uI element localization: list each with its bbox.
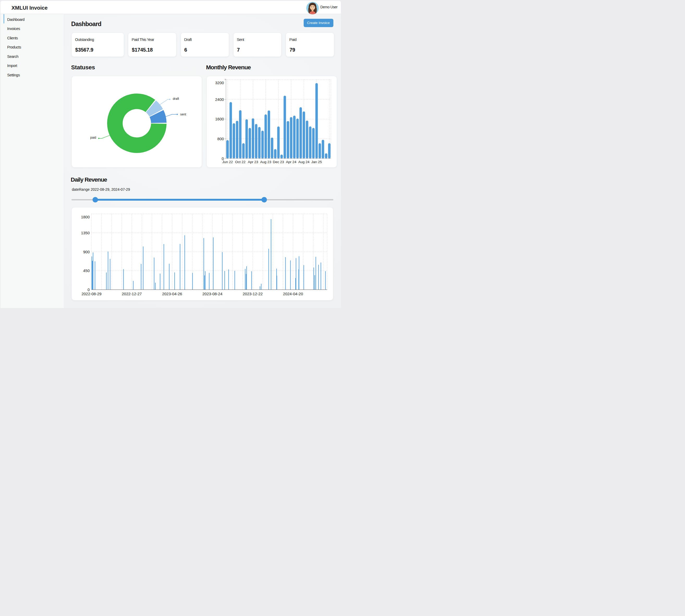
svg-text:2022-12-27: 2022-12-27 xyxy=(122,291,142,296)
svg-text:2023-08-24: 2023-08-24 xyxy=(202,291,222,296)
svg-text:Jan 25: Jan 25 xyxy=(311,160,322,164)
svg-text:3200: 3200 xyxy=(215,81,223,85)
svg-text:2023-12-22: 2023-12-22 xyxy=(243,291,263,296)
svg-text:1600: 1600 xyxy=(215,117,223,121)
svg-text:Aug 24: Aug 24 xyxy=(298,160,309,164)
svg-text:sent: sent xyxy=(180,113,186,116)
svg-text:800: 800 xyxy=(217,136,223,141)
svg-text:Jun 22: Jun 22 xyxy=(222,160,233,164)
svg-text:2024-04-20: 2024-04-20 xyxy=(283,291,303,296)
svg-text:draft: draft xyxy=(173,97,179,101)
svg-text:900: 900 xyxy=(83,250,90,254)
svg-text:Apr 23: Apr 23 xyxy=(248,160,258,164)
svg-text:Dec 23: Dec 23 xyxy=(273,160,284,164)
svg-text:Apr 24: Apr 24 xyxy=(286,160,296,164)
svg-text:1350: 1350 xyxy=(81,230,89,235)
svg-text:450: 450 xyxy=(83,268,90,273)
svg-text:paid: paid xyxy=(90,136,96,139)
svg-text:2023-04-26: 2023-04-26 xyxy=(162,291,182,296)
svg-text:1800: 1800 xyxy=(81,215,89,219)
svg-text:Aug 23: Aug 23 xyxy=(260,160,271,164)
svg-text:0: 0 xyxy=(87,287,89,292)
svg-text:2400: 2400 xyxy=(215,97,223,102)
svg-text:Oct 22: Oct 22 xyxy=(235,160,245,164)
svg-text:2022-08-29: 2022-08-29 xyxy=(81,291,101,296)
